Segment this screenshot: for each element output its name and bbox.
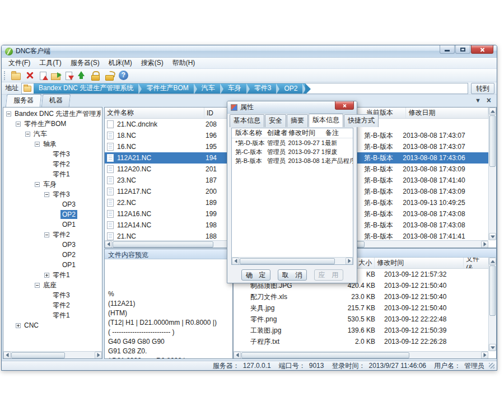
breadcrumb-item[interactable]: 零件3	[249, 83, 277, 94]
scroll-left-icon[interactable]	[3, 352, 11, 359]
file-row[interactable]: 112A20.NC 201	[105, 164, 232, 175]
attachment-row[interactable]: 工装图.jpg 139.6 KB 2013-09-12 21:50:39	[234, 325, 488, 336]
tree-toggle-icon[interactable]	[16, 122, 21, 127]
tree-item[interactable]: 车身	[4, 179, 101, 189]
attachment-row[interactable]: 子程序.txt 2.0 KB 2013-09-12 22:26:28	[234, 336, 488, 347]
tree-item[interactable]: 轴承	[4, 139, 101, 149]
panel-tab[interactable]: 服务器	[6, 94, 41, 107]
menu-item[interactable]: 服务器(S)	[66, 57, 104, 69]
scroll-right-icon[interactable]	[481, 352, 488, 359]
go-button[interactable]: 转到	[471, 83, 494, 94]
scroll-right-icon[interactable]	[481, 241, 488, 248]
breadcrumb-item[interactable]: 零件生产BOM	[141, 83, 193, 94]
tree-item[interactable]: 底座	[4, 280, 101, 290]
tree-item[interactable]: OP1	[4, 220, 101, 230]
tree-item[interactable]: OP3	[4, 240, 101, 250]
breadcrumb-item[interactable]: 车身	[223, 83, 246, 94]
scrollbar-thumb[interactable]	[489, 115, 496, 167]
scroll-right-icon[interactable]	[95, 352, 102, 359]
file-row[interactable]: 23.NC 187	[105, 175, 232, 186]
attachment-vscrollbar[interactable]	[488, 258, 496, 351]
address-box[interactable]: Bandex DNC 先进生产管理系统零件生产BOM汽车车身零件3OP2	[21, 83, 468, 94]
scroll-up-icon[interactable]	[489, 258, 496, 265]
version-vscrollbar[interactable]	[488, 108, 496, 240]
breadcrumb-item[interactable]: OP2	[279, 83, 302, 94]
tree-item[interactable]: OP2	[4, 250, 101, 260]
panel-tab[interactable]: 机器	[41, 94, 71, 107]
tree-item[interactable]: 零件3	[4, 189, 101, 199]
dialog-hscrollbar[interactable]	[232, 257, 353, 264]
panel-close-icon[interactable]: ×	[487, 97, 491, 104]
attachment-hscrollbar[interactable]	[234, 351, 488, 358]
unlock-icon[interactable]	[105, 71, 114, 80]
scroll-up-icon[interactable]	[489, 108, 496, 115]
dialog-tab[interactable]: 版本信息	[309, 114, 343, 127]
version-table-row[interactable]: 第-B-版本 管理员 2013-08-08 17:... 老产品程序	[232, 156, 353, 165]
scroll-left-icon[interactable]	[234, 352, 241, 359]
column-header-creator[interactable]: 创建者	[267, 128, 288, 138]
scrollbar-thumb[interactable]	[241, 352, 409, 358]
import-folder-icon[interactable]	[51, 73, 60, 80]
tree-item[interactable]: 零件2	[4, 159, 101, 169]
resize-grip-icon[interactable]	[489, 363, 494, 368]
tree-toggle-icon[interactable]	[16, 323, 21, 328]
dialog-tab[interactable]: 安全	[265, 114, 286, 127]
dialog-tab[interactable]: 基本信息	[230, 114, 264, 127]
tree-item[interactable]: 零件1	[4, 169, 101, 179]
tree-item[interactable]: 零件3	[4, 149, 101, 159]
dropdown-icon[interactable]: ▼	[475, 97, 481, 104]
column-header-time[interactable]: 修改时间	[375, 258, 464, 268]
tree-hscrollbar[interactable]	[3, 351, 102, 358]
tree-toggle-icon[interactable]	[25, 132, 30, 137]
scrollbar-thumb[interactable]	[489, 265, 496, 316]
send-icon[interactable]	[77, 71, 86, 80]
tree-item[interactable]: OP3	[4, 199, 101, 209]
tree-item[interactable]: Bandex DNC 先进生产管理系统	[4, 109, 101, 119]
menu-item[interactable]: 机床(M)	[104, 57, 137, 69]
tree-item[interactable]: OP2	[4, 209, 101, 220]
scroll-down-icon[interactable]	[489, 344, 496, 351]
scroll-down-icon[interactable]	[489, 233, 496, 240]
cancel-button[interactable]: 取 消	[278, 269, 307, 281]
file-row[interactable]: 112A14.NC 198	[105, 220, 232, 231]
tree-toggle-icon[interactable]	[44, 232, 49, 237]
breadcrumb-item[interactable]: Bandex DNC 先进生产管理系统	[34, 83, 138, 94]
file-row[interactable]: 112A16.NC 199	[105, 208, 232, 220]
column-header-file[interactable]: 文件(&	[464, 258, 488, 268]
column-header-date[interactable]: 修改日期	[406, 108, 488, 118]
file-row[interactable]: 112A21.NC 194	[105, 152, 232, 164]
version-table-row[interactable]: 第-C-版本 管理员 2013-09-27 14:... 报废	[232, 147, 353, 156]
tree-toggle-icon[interactable]	[35, 142, 40, 147]
tree-item[interactable]: 汽车	[4, 129, 101, 139]
tree-item[interactable]: 零件1	[4, 310, 101, 320]
download-file-icon[interactable]	[66, 72, 72, 80]
tree-toggle-icon[interactable]	[35, 182, 40, 187]
file-row[interactable]: 16.NC 195	[105, 141, 232, 152]
dialog-tab[interactable]: 摘要	[287, 114, 308, 127]
minimize-button[interactable]	[440, 45, 455, 54]
tree-toggle-icon[interactable]	[6, 111, 11, 116]
breadcrumb-item[interactable]: 汽车	[197, 83, 220, 94]
scrollbar-thumb[interactable]	[113, 241, 213, 248]
tree-item[interactable]: 零件2	[4, 230, 101, 240]
help-icon[interactable]	[119, 71, 128, 80]
tree-item[interactable]: OP1	[4, 260, 101, 270]
tree-toggle-icon[interactable]	[44, 192, 49, 197]
scroll-left-icon[interactable]	[232, 258, 239, 265]
attachment-row[interactable]: 配刀文件.xls 23.0 KB 2013-09-12 21:50:40	[234, 291, 488, 302]
apply-button[interactable]: 应 用	[314, 269, 343, 281]
file-row[interactable]: 22.NC 189	[105, 197, 232, 208]
scrollbar-thumb[interactable]	[240, 258, 335, 264]
tree-item[interactable]: 零件2	[4, 300, 101, 310]
attachment-row[interactable]: 夹具.jpg 215.7 KB 2013-09-12 21:50:40	[234, 302, 488, 314]
tree-item[interactable]: CNC	[4, 320, 101, 330]
upload-file-icon[interactable]	[40, 72, 46, 80]
menu-item[interactable]: 搜索(S)	[137, 57, 168, 69]
dialog-tab[interactable]: 快捷方式	[344, 114, 379, 127]
close-button[interactable]	[471, 45, 493, 54]
file-row[interactable]: 18.NC 196	[105, 130, 232, 141]
file-list-hscrollbar[interactable]	[105, 240, 232, 248]
version-table-row[interactable]: *第-D-版本 管理员 2013-09-27 14:... 最新	[232, 138, 353, 147]
menu-item[interactable]: 帮助(H)	[168, 57, 200, 69]
scroll-right-icon[interactable]	[346, 258, 353, 265]
